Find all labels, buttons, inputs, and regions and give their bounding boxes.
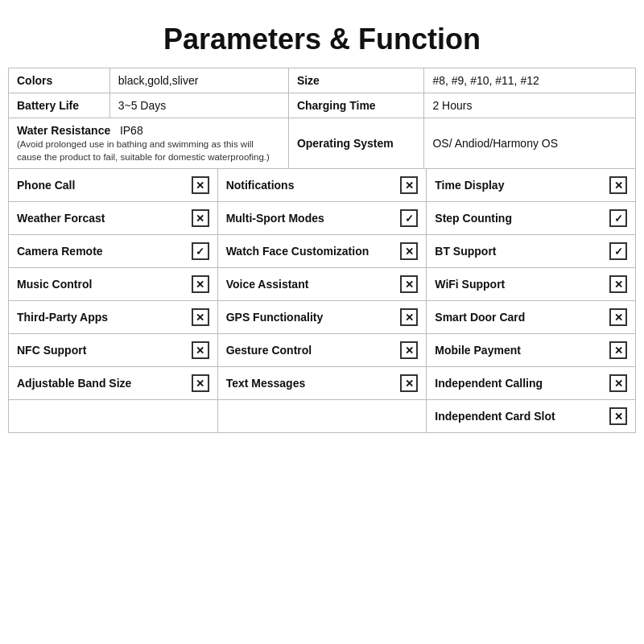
feature-checkbox: [609, 242, 627, 260]
feature-checkbox: [400, 374, 418, 392]
feature-checkbox: [609, 341, 627, 359]
charging-label: Charging Time: [297, 99, 376, 112]
feature-name: Text Messages: [226, 377, 394, 390]
feature-cell: Watch Face Customization: [217, 235, 427, 268]
feature-name: Mobile Payment: [435, 344, 603, 357]
feature-cell: Camera Remote: [9, 235, 218, 268]
feature-cell: Voice Assistant: [217, 268, 427, 301]
feature-checkbox: [609, 275, 627, 293]
feature-name: Music Control: [17, 278, 185, 291]
feature-cell: Weather Forcast: [9, 202, 218, 235]
water-note: (Avoid prolonged use in bathing and swim…: [17, 139, 270, 162]
feature-cell: Multi-Sport Modes: [217, 202, 427, 235]
feature-checkbox: [400, 275, 418, 293]
feature-name: Watch Face Customization: [226, 245, 394, 258]
feature-cell: [9, 400, 218, 433]
feature-name: Voice Assistant: [226, 278, 394, 291]
feature-cell: Adjustable Band Size: [9, 367, 218, 400]
feature-checkbox: [609, 209, 627, 227]
feature-cell: NFC Support: [9, 334, 218, 367]
feature-cell: [217, 400, 427, 433]
battery-value: 3~5 Days: [118, 99, 167, 112]
feature-cell: Independent Calling: [427, 367, 636, 400]
feature-cell: Music Control: [9, 268, 218, 301]
feature-checkbox: [192, 242, 209, 260]
page-title: Parameters & Function: [8, 8, 636, 68]
feature-checkbox: [400, 209, 418, 227]
feature-cell: GPS Functionality: [217, 301, 427, 334]
feature-name: Independent Calling: [435, 377, 603, 390]
size-label: Size: [297, 74, 320, 87]
feature-cell: Independent Card Slot: [427, 400, 636, 433]
feature-cell: Notifications: [217, 169, 427, 202]
feature-checkbox: [609, 308, 627, 326]
colors-label: Colors: [17, 74, 52, 87]
feature-checkbox: [609, 374, 627, 392]
battery-label: Battery Life: [17, 99, 79, 112]
feature-name: Time Display: [435, 179, 603, 192]
feature-cell: Text Messages: [217, 367, 427, 400]
feature-name: Third-Party Apps: [17, 311, 185, 324]
feature-cell: Gesture Control: [217, 334, 427, 367]
os-value: OS/ Andiod/Harmony OS: [432, 137, 558, 150]
feature-checkbox: [192, 176, 209, 194]
feature-name: Weather Forcast: [17, 212, 185, 225]
specs-table: Colors black,gold,sliver Size #8, #9, #1…: [8, 68, 636, 169]
feature-checkbox: [192, 308, 209, 326]
feature-checkbox: [609, 407, 627, 425]
feature-name: Independent Card Slot: [435, 410, 603, 423]
feature-name: Gesture Control: [226, 344, 394, 357]
feature-cell: Smart Door Card: [427, 301, 636, 334]
feature-name: WiFi Support: [435, 278, 603, 291]
feature-name: GPS Functionality: [226, 311, 394, 324]
feature-name: Step Counting: [435, 212, 603, 225]
feature-name: Adjustable Band Size: [17, 377, 185, 390]
feature-name: Phone Call: [17, 179, 185, 192]
feature-cell: BT Support: [427, 235, 636, 268]
size-value: #8, #9, #10, #11, #12: [432, 74, 539, 87]
feature-cell: Mobile Payment: [427, 334, 636, 367]
feature-checkbox: [192, 209, 209, 227]
feature-name: Notifications: [226, 179, 394, 192]
water-label: Water Resistance: [17, 124, 110, 137]
feature-checkbox: [192, 341, 209, 359]
water-value: IP68: [120, 124, 143, 137]
feature-checkbox: [400, 341, 418, 359]
feature-checkbox: [192, 374, 209, 392]
feature-cell: Phone Call: [9, 169, 218, 202]
feature-cell: WiFi Support: [427, 268, 636, 301]
feature-checkbox: [609, 176, 627, 194]
feature-cell: Step Counting: [427, 202, 636, 235]
colors-value: black,gold,sliver: [118, 74, 199, 87]
os-label: Operating System: [297, 137, 394, 150]
feature-name: Camera Remote: [17, 245, 185, 258]
features-table: Phone CallNotificationsTime DisplayWeath…: [8, 168, 636, 433]
feature-cell: Time Display: [427, 169, 636, 202]
feature-name: Smart Door Card: [435, 311, 603, 324]
feature-checkbox: [400, 308, 418, 326]
feature-name: BT Support: [435, 245, 603, 258]
feature-checkbox: [192, 275, 209, 293]
feature-checkbox: [400, 176, 418, 194]
feature-checkbox: [400, 242, 418, 260]
feature-name: Multi-Sport Modes: [226, 212, 394, 225]
charging-value: 2 Hours: [432, 99, 472, 112]
feature-name: NFC Support: [17, 344, 185, 357]
feature-cell: Third-Party Apps: [9, 301, 218, 334]
